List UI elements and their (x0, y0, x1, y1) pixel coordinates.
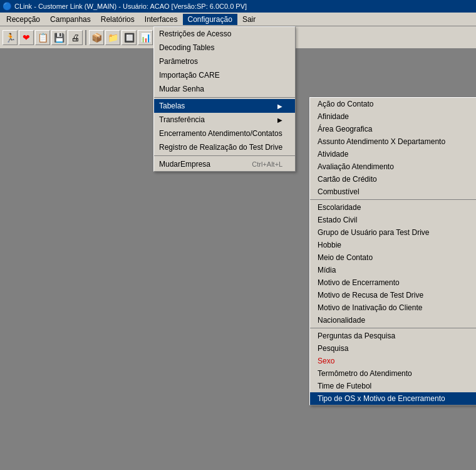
menu-decoding-tables[interactable]: Decoding Tables (154, 41, 295, 55)
title-bar: 🔵 CLink - Customer Link (W_MAIN) - Usuár… (0, 0, 476, 13)
tabelas-meio-contato[interactable]: Meio de Contato (310, 251, 476, 264)
menu-registro-test-drive[interactable]: Registro de Realização do Test Drive (154, 140, 295, 154)
tabelas-combustivel[interactable]: Combustível (310, 185, 476, 198)
title-text: CLink - Customer Link (W_MAIN) - Usuário… (14, 3, 247, 10)
tabelas-termometro[interactable]: Termômetro do Atendimento (310, 367, 476, 380)
tabelas-hobbie[interactable]: Hobbie (310, 239, 476, 251)
toolbar-btn-run[interactable]: 🏃 (3, 30, 18, 45)
toolbar-btn-print[interactable]: 🖨 (68, 30, 83, 45)
configuracao-dropdown: Restrições de Acesso Decoding Tables Par… (153, 26, 296, 172)
menu-encerramento[interactable]: Encerramento Atendimento/Contatos (154, 127, 295, 140)
tabelas-avaliacao-atendimento[interactable]: Avaliação Atendimento (310, 160, 476, 173)
tabelas-estado-civil[interactable]: Estado Civil (310, 214, 476, 226)
toolbar-btn-chart[interactable]: 📊 (138, 30, 153, 45)
toolbar-btn-save[interactable]: 💾 (51, 30, 66, 45)
menu-bar: Recepção Campanhas Relatórios Interfaces… (0, 13, 476, 26)
menu-parametros[interactable]: Parâmetros (154, 55, 295, 68)
app-icon: 🔵 (3, 2, 12, 11)
menu-interfaces[interactable]: Interfaces (140, 14, 183, 25)
toolbar-btn-grid[interactable]: 🔲 (122, 30, 137, 45)
tabelas-perguntas-pesquisa[interactable]: Perguntas da Pesquisa (310, 330, 476, 342)
tabelas-sexo[interactable]: Sexo (310, 355, 476, 367)
toolbar-btn-folder[interactable]: 📁 (105, 30, 120, 45)
tabelas-arrow-icon: ▶ (277, 103, 282, 110)
menu-sair[interactable]: Sair (237, 14, 261, 25)
menu-restricoes-acesso[interactable]: Restrições de Acesso (154, 27, 295, 41)
tabelas-separator-2 (310, 328, 476, 328)
tabelas-grupo-usuario[interactable]: Grupo de Usuário para Test Drive (310, 226, 476, 239)
tabelas-motivo-recusa[interactable]: Motivo de Recusa de Test Drive (310, 289, 476, 301)
toolbar-btn-package[interactable]: 📦 (89, 30, 104, 45)
tabelas-submenu: Ação do Contato Afinidade Área Geografic… (309, 97, 476, 405)
tabelas-afinidade[interactable]: Afinidade (310, 110, 476, 123)
tabelas-midia[interactable]: Mídia (310, 264, 476, 276)
menu-separator-1 (154, 97, 295, 98)
tabelas-separator-1 (310, 199, 476, 200)
toolbar-btn-heart[interactable]: ❤ (19, 30, 34, 45)
transferencia-arrow-icon: ▶ (277, 117, 282, 123)
toolbar-btn-clipboard[interactable]: 📋 (35, 30, 50, 45)
menu-relatorios[interactable]: Relatórios (96, 14, 140, 25)
menu-separator-2 (154, 155, 295, 156)
menu-importacao-care[interactable]: Importação CARE (154, 68, 295, 82)
tabelas-cartao-credito[interactable]: Cartão de Crédito (310, 173, 476, 185)
tabelas-nacionalidade[interactable]: Nacionalidade (310, 314, 476, 326)
menu-transferencia[interactable]: Transferência ▶ (154, 113, 295, 127)
tabelas-tipo-os[interactable]: Tipo de OS x Motivo de Encerramento (310, 392, 476, 405)
tabelas-escolaridade[interactable]: Escolaridade (310, 201, 476, 214)
tabelas-time-futebol[interactable]: Time de Futebol (310, 380, 476, 392)
tabelas-assunto-atendimento[interactable]: Assunto Atendimento X Departamento (310, 135, 476, 148)
menu-mudar-senha[interactable]: Mudar Senha (154, 82, 295, 96)
tabelas-motivo-inativacao[interactable]: Motivo de Inativação do Cliente (310, 301, 476, 314)
menu-tabelas[interactable]: Tabelas ▶ (154, 99, 295, 113)
tabelas-atividade[interactable]: Atividade (310, 148, 476, 160)
tabelas-motivo-encerramento[interactable]: Motivo de Encerramento (310, 276, 476, 289)
menu-mudar-empresa[interactable]: MudarEmpresa Ctrl+Alt+L (154, 157, 295, 171)
menu-recepcao[interactable]: Recepção (1, 14, 45, 25)
tabelas-acao-contato[interactable]: Ação do Contato (310, 98, 476, 110)
tabelas-pesquisa[interactable]: Pesquisa (310, 342, 476, 355)
menu-configuracao[interactable]: Configuração (183, 14, 237, 25)
configuracao-menu: Restrições de Acesso Decoding Tables Par… (153, 26, 296, 172)
toolbar-separator-1 (85, 30, 86, 45)
tabelas-area-geografica[interactable]: Área Geografica (310, 123, 476, 135)
menu-campanhas[interactable]: Campanhas (45, 14, 96, 25)
